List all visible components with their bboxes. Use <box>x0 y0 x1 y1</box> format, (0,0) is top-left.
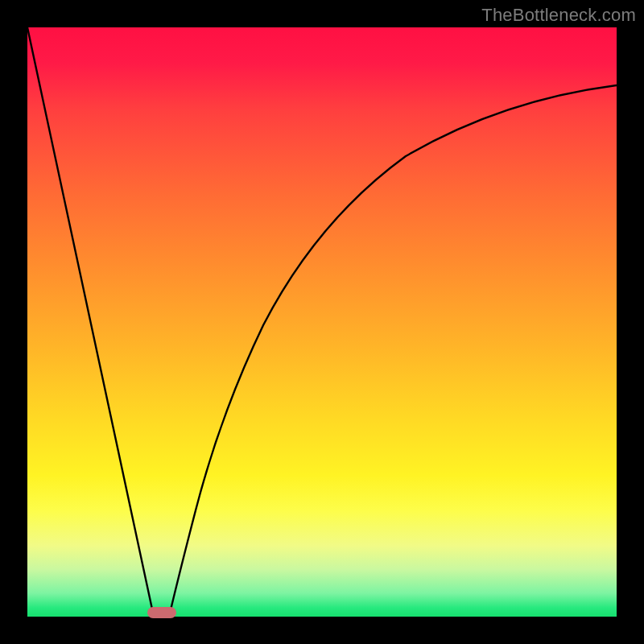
bottleneck-curve <box>27 27 617 617</box>
watermark-text: TheBottleneck.com <box>481 5 636 26</box>
chart-frame: TheBottleneck.com <box>0 0 644 644</box>
curve-left-branch <box>27 27 154 617</box>
optimal-marker <box>147 607 176 618</box>
curve-right-branch <box>169 85 617 617</box>
plot-area <box>27 27 617 617</box>
